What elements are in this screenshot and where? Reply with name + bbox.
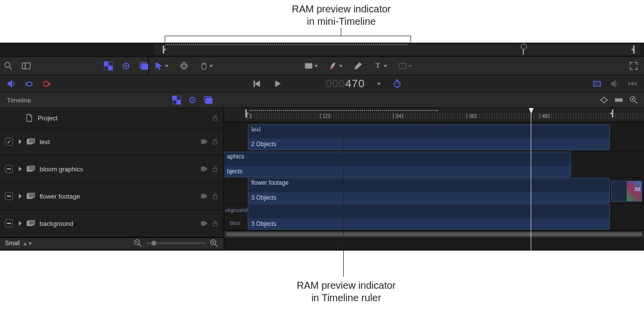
svg-rect-58 bbox=[213, 223, 217, 226]
mini-playhead[interactable] bbox=[523, 44, 524, 55]
mini-out-marker[interactable] bbox=[630, 45, 635, 54]
clip-title: text bbox=[248, 125, 609, 134]
media-panel-icon[interactable] bbox=[22, 61, 31, 70]
tl-window-icon[interactable] bbox=[204, 96, 213, 105]
svg-rect-49 bbox=[201, 167, 204, 171]
timeline-main: Project text bloom graphics bbox=[0, 108, 644, 251]
clip-behind-label: ckground bbox=[225, 207, 247, 213]
record-icon[interactable] bbox=[43, 79, 51, 88]
mini-timeline[interactable] bbox=[154, 44, 640, 55]
visibility-checkbox[interactable] bbox=[5, 165, 13, 173]
keyframe-nav-icon[interactable] bbox=[628, 79, 637, 88]
timeline-scrollbar[interactable] bbox=[224, 230, 644, 238]
zoom-in-icon[interactable] bbox=[210, 239, 219, 248]
svg-rect-42 bbox=[213, 117, 217, 120]
lock-icon[interactable] bbox=[212, 220, 219, 227]
isolate-icon[interactable] bbox=[201, 220, 208, 227]
zoom-in-icon[interactable] bbox=[629, 96, 638, 105]
isolate-icon[interactable] bbox=[201, 165, 208, 172]
disclosure-icon[interactable] bbox=[19, 194, 22, 199]
visibility-checkbox[interactable] bbox=[5, 219, 13, 227]
clip-flower[interactable]: flower footage 3 Objects bbox=[248, 178, 610, 204]
size-stepper-icon[interactable]: ▲▼ bbox=[23, 241, 33, 246]
transform-3d-tool[interactable] bbox=[180, 61, 188, 70]
layer-row-flower[interactable]: flower footage bbox=[0, 183, 224, 210]
ruler-tick: 121 bbox=[320, 113, 331, 119]
toolbar: T bbox=[0, 57, 644, 75]
svg-rect-52 bbox=[29, 193, 35, 198]
timeline-tracks[interactable]: text 2 Objects aphics bjects flower foot… bbox=[224, 122, 644, 238]
lock-icon[interactable] bbox=[212, 138, 219, 145]
snap-icon[interactable] bbox=[614, 96, 623, 105]
rect-shape-tool[interactable] bbox=[304, 61, 318, 70]
mask-tool[interactable] bbox=[398, 61, 412, 70]
go-to-start-icon[interactable] bbox=[252, 79, 261, 88]
svg-rect-17 bbox=[399, 63, 406, 68]
clip-thumb[interactable]: IM bbox=[611, 181, 642, 202]
svg-rect-28 bbox=[177, 100, 181, 105]
visibility-checkbox[interactable] bbox=[5, 192, 13, 200]
lock-icon[interactable] bbox=[212, 114, 219, 121]
audio-icon[interactable] bbox=[7, 79, 16, 88]
playhead[interactable] bbox=[531, 108, 531, 251]
gear-icon[interactable] bbox=[122, 61, 131, 70]
lock-icon[interactable] bbox=[212, 193, 219, 200]
layer-row-background[interactable]: background bbox=[0, 210, 224, 237]
keyframe-diamond-icon[interactable] bbox=[599, 96, 608, 105]
audio-off-icon[interactable] bbox=[610, 79, 619, 88]
text-tool[interactable]: T bbox=[373, 61, 387, 70]
clip-title: flower footage bbox=[248, 178, 609, 187]
isolate-icon[interactable] bbox=[201, 138, 208, 145]
svg-line-1 bbox=[9, 67, 12, 69]
isolate-icon[interactable] bbox=[201, 193, 208, 200]
play-icon[interactable] bbox=[273, 79, 282, 88]
arrow-tool[interactable] bbox=[155, 61, 169, 70]
disclosure-icon[interactable] bbox=[19, 221, 22, 226]
ruler-out-marker[interactable] bbox=[609, 109, 614, 118]
search-icon[interactable] bbox=[4, 61, 13, 70]
filmstrip-icon[interactable] bbox=[593, 79, 601, 88]
clip-subtitle: 3 Objects bbox=[248, 192, 609, 203]
svg-rect-29 bbox=[177, 96, 181, 100]
layer-row-text[interactable]: text bbox=[0, 128, 224, 156]
frame-counter[interactable]: 000470 bbox=[325, 77, 365, 90]
loop-icon[interactable] bbox=[25, 79, 34, 88]
track-row[interactable]: ckground bloo 3 Objects bbox=[224, 204, 644, 230]
disclosure-icon[interactable] bbox=[19, 166, 22, 171]
layer-row-bloom[interactable]: bloom graphics bbox=[0, 156, 224, 183]
mini-in-marker[interactable] bbox=[162, 45, 167, 54]
clip-background[interactable]: 3 Objects bbox=[248, 204, 610, 230]
svg-rect-54 bbox=[213, 196, 217, 199]
lock-icon[interactable] bbox=[212, 165, 219, 172]
paint-tool[interactable] bbox=[329, 61, 343, 70]
annotation-bottom-bracket bbox=[249, 128, 438, 129]
svg-rect-15 bbox=[305, 63, 312, 68]
clip-bloom[interactable]: aphics bjects bbox=[224, 152, 571, 177]
svg-point-9 bbox=[126, 65, 127, 67]
track-row[interactable]: aphics bjects bbox=[224, 152, 644, 178]
ruler-tick: 481 bbox=[540, 113, 551, 119]
pen-tool[interactable] bbox=[354, 61, 363, 70]
ram-preview-indicator-ruler bbox=[250, 110, 438, 112]
tl-gear-icon[interactable] bbox=[188, 96, 197, 105]
windowed-icon[interactable] bbox=[139, 61, 148, 70]
track-row[interactable]: flower footage 3 Objects IM bbox=[224, 178, 644, 204]
project-row[interactable]: Project bbox=[0, 108, 224, 128]
timeline-ruler[interactable]: 1 121 241 361 481 bbox=[224, 108, 644, 122]
row-size-label[interactable]: Small bbox=[5, 240, 20, 247]
visibility-checkbox[interactable] bbox=[5, 138, 13, 146]
svg-rect-6 bbox=[108, 61, 113, 66]
disclosure-icon[interactable] bbox=[19, 139, 22, 144]
stopwatch-icon[interactable] bbox=[393, 79, 402, 88]
counter-dropdown[interactable] bbox=[377, 83, 381, 85]
tl-checker-icon[interactable] bbox=[172, 96, 181, 105]
zoom-out-icon[interactable] bbox=[134, 239, 142, 248]
layer-name: flower footage bbox=[40, 193, 80, 200]
svg-point-19 bbox=[49, 83, 51, 85]
pan-tool[interactable] bbox=[199, 61, 213, 70]
checker-icon[interactable] bbox=[104, 61, 113, 70]
zoom-slider[interactable] bbox=[146, 242, 206, 244]
expand-icon[interactable] bbox=[629, 61, 638, 70]
svg-rect-53 bbox=[201, 194, 204, 198]
track-row[interactable]: text 2 Objects bbox=[224, 122, 644, 152]
